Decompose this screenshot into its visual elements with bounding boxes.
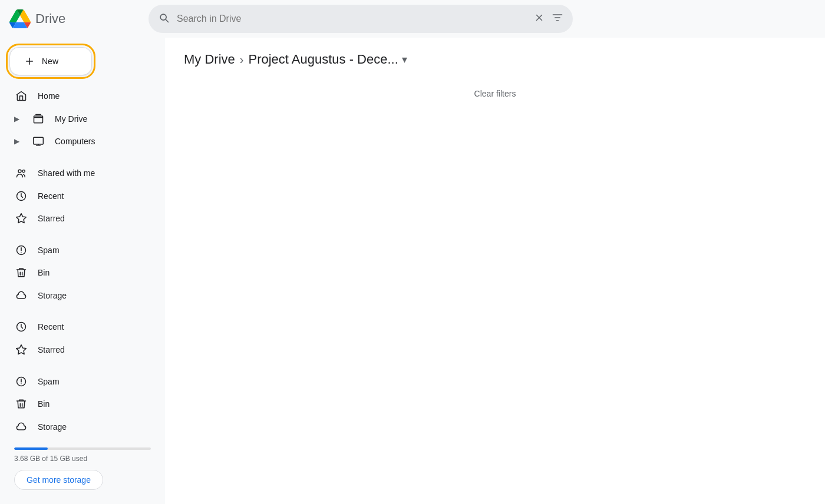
computers-expand-icon: ▶	[14, 137, 19, 145]
svg-rect-1	[34, 138, 44, 145]
sidebar-item-home-label: Home	[38, 91, 60, 101]
sidebar-item-shared-with-me-label: Shared with me	[38, 168, 95, 178]
drive-logo-icon	[9, 8, 31, 29]
sidebar-item-storage-label: Storage	[38, 291, 67, 300]
search-filter-icon[interactable]	[552, 12, 563, 26]
breadcrumb-current-label: Project Augustus - Dece...	[248, 52, 398, 67]
computers-icon	[31, 135, 45, 147]
home-icon	[14, 90, 28, 102]
cloud2-icon	[14, 421, 28, 433]
breadcrumb-dropdown-icon: ▾	[402, 53, 407, 66]
recent-icon	[14, 190, 28, 202]
sidebar-item-computers[interactable]: ▶ Computers	[0, 130, 156, 153]
main-content: My Drive › Project Augustus - Dece... ▾ …	[165, 38, 825, 504]
sidebar-item-starred[interactable]: Starred	[0, 207, 156, 230]
cloud-icon	[14, 290, 28, 301]
search-icon	[158, 12, 170, 26]
sidebar-item-bin-label: Bin	[38, 268, 50, 277]
new-button[interactable]: New	[9, 47, 92, 75]
sidebar-item-spam2[interactable]: Spam	[0, 370, 156, 393]
sidebar-item-recent2[interactable]: Recent	[0, 316, 156, 339]
star-icon	[14, 213, 28, 224]
app-title: Drive	[35, 11, 65, 26]
sidebar-item-spam[interactable]: Spam	[0, 238, 156, 261]
sidebar-item-recent[interactable]: Recent	[0, 184, 156, 207]
my-drive-expand-icon: ▶	[14, 115, 19, 123]
sidebar-item-recent2-label: Recent	[38, 322, 64, 331]
bin-icon	[14, 267, 28, 278]
svg-point-2	[18, 170, 21, 173]
sidebar-item-bin2[interactable]: Bin	[0, 393, 156, 416]
topbar: Drive	[0, 0, 825, 38]
star2-icon	[14, 344, 28, 356]
sidebar-item-starred2-label: Starred	[38, 345, 65, 354]
sidebar: New Home ▶ My Drive	[0, 38, 165, 504]
sidebar-item-recent-label: Recent	[38, 191, 64, 201]
new-button-label: New	[42, 57, 58, 66]
plus-icon	[24, 56, 35, 67]
svg-point-9	[21, 383, 21, 384]
sidebar-item-storage2[interactable]: Storage	[0, 416, 156, 439]
sidebar-item-computers-label: Computers	[55, 137, 95, 146]
breadcrumb: My Drive › Project Augustus - Dece... ▾	[184, 52, 806, 67]
sidebar-item-spam-label: Spam	[38, 246, 60, 255]
shared-icon	[14, 167, 28, 179]
clear-filters-area: Clear filters	[184, 79, 806, 108]
new-button-wrapper: New	[0, 42, 165, 85]
spam-icon	[14, 244, 28, 256]
breadcrumb-root[interactable]: My Drive	[184, 52, 235, 67]
breadcrumb-chevron-icon: ›	[240, 53, 244, 67]
clear-filters-button[interactable]: Clear filters	[474, 89, 516, 98]
storage-bar-container	[14, 447, 151, 450]
sidebar-item-home[interactable]: Home	[0, 85, 156, 108]
search-bar[interactable]	[148, 5, 573, 33]
bin2-icon	[14, 398, 28, 410]
sidebar-item-storage2-label: Storage	[38, 422, 67, 432]
layout: New Home ▶ My Drive	[0, 38, 825, 504]
storage-section: 3.68 GB of 15 GB used Get more storage	[0, 438, 165, 499]
recent2-icon	[14, 321, 28, 333]
logo-area: Drive	[9, 8, 139, 29]
sidebar-item-spam2-label: Spam	[38, 377, 60, 386]
my-drive-icon	[31, 113, 45, 125]
sidebar-item-shared-with-me[interactable]: Shared with me	[0, 162, 156, 185]
sidebar-item-storage[interactable]: Storage	[0, 284, 156, 307]
svg-point-6	[21, 252, 21, 253]
sidebar-item-starred-label: Starred	[38, 214, 65, 223]
sidebar-item-starred2[interactable]: Starred	[0, 339, 156, 362]
storage-usage-text: 3.68 GB of 15 GB used	[14, 455, 151, 463]
storage-bar-fill	[14, 447, 48, 450]
search-clear-icon[interactable]	[534, 12, 544, 26]
get-more-storage-button[interactable]: Get more storage	[14, 470, 103, 490]
sidebar-item-my-drive-label: My Drive	[55, 114, 87, 124]
search-input[interactable]	[177, 14, 527, 24]
spam2-icon	[14, 376, 28, 387]
svg-point-3	[22, 170, 25, 173]
breadcrumb-current[interactable]: Project Augustus - Dece... ▾	[248, 52, 407, 67]
sidebar-item-bin2-label: Bin	[38, 399, 50, 409]
sidebar-item-my-drive[interactable]: ▶ My Drive	[0, 108, 156, 131]
sidebar-item-bin[interactable]: Bin	[0, 261, 156, 284]
